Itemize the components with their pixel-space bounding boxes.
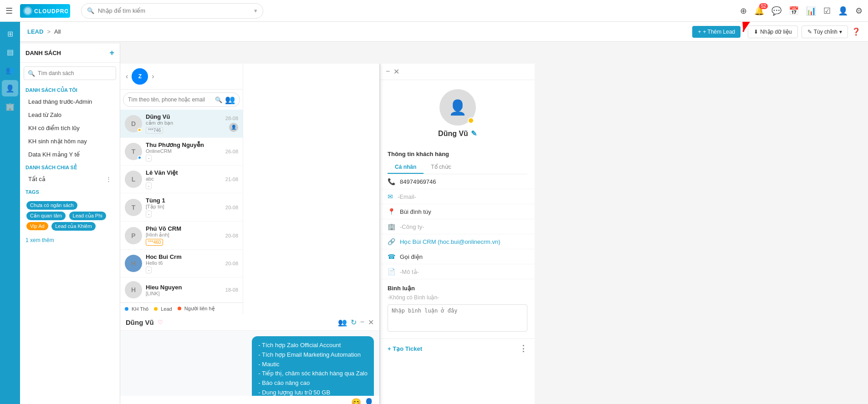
refresh-icon[interactable]: ↻ <box>351 318 357 327</box>
search-input[interactable] <box>98 7 250 14</box>
next-arrow[interactable]: › <box>150 71 156 82</box>
add-lead-button[interactable]: + + Thêm Lead <box>692 26 740 38</box>
person-add-icon[interactable]: 👤 <box>364 398 374 404</box>
add-list-button[interactable]: + <box>109 48 114 58</box>
list-item-kh-birthday[interactable]: KH sinh nhật hôm nay <box>23 135 117 147</box>
list-item-lead-admin[interactable]: Lead tháng trước-Admin <box>23 96 117 108</box>
sidebar-icon-person[interactable]: 👤 <box>2 80 18 96</box>
minimize-icon[interactable]: − <box>360 318 364 327</box>
comment-section: Bình luận -Không có Bình luận- <box>380 279 535 338</box>
chat-tag-thu: - <box>146 155 152 162</box>
chat-item-hieu[interactable]: H Hieu Nguyen [LINK] 18-08 <box>120 278 243 303</box>
search-list-bar[interactable]: 🔍 <box>24 66 116 80</box>
add-icon[interactable]: ⊕ <box>740 6 747 16</box>
comment-input[interactable] <box>388 304 527 332</box>
chat-item-tung[interactable]: T Tùng 1 [Tập tin] - 20-08 <box>120 193 243 222</box>
search-icon: 🔍 <box>87 7 94 14</box>
global-search-bar[interactable]: 🔍 ▾ <box>81 3 263 19</box>
panel-minimize-icon[interactable]: − <box>386 67 390 76</box>
dot-contact <box>178 307 181 310</box>
help-icon[interactable]: ❓ <box>852 27 861 36</box>
msg-row-blue: - Tích hợp Zalo Official Account - Tích … <box>126 336 374 396</box>
info-linked-row: 🔗 Học Bùi CRM (hoc.bui@onlinecrm.vn) <box>380 234 535 249</box>
tag-lead-phi[interactable]: Lead của Phi <box>69 212 106 220</box>
chat-preview-tung: [Tập tin] <box>146 204 222 210</box>
emoji-icon[interactable]: 😊 <box>351 398 361 404</box>
chat-overlay: ‹ Z › 🔍 👥 D <box>120 64 380 404</box>
chat-item-phu-vo[interactable]: P Phú Võ CRM [Hình ảnh] ***460 20-08 <box>120 222 243 250</box>
sidebar-icon-org[interactable]: 🏢 <box>2 98 18 115</box>
search-list-input[interactable] <box>38 70 112 76</box>
avatar-phu-vo: P <box>125 227 142 244</box>
tab-organization[interactable]: Tổ chức <box>424 161 458 174</box>
chat-date-le: 21-08 <box>225 177 238 182</box>
chat-search-input[interactable] <box>128 96 212 103</box>
chat-item-le-van-viet[interactable]: L Lê Văn Việt abc - 21-08 <box>120 166 243 193</box>
info-email-row: ✉ -Email- <box>380 189 535 204</box>
info-call-row: ☎ Gọi điện <box>380 249 535 264</box>
chat-item-dung-vu[interactable]: D Dũng Vũ cảm ơn bạn ***746 28-08 👤 <box>120 110 243 138</box>
contact-linked[interactable]: Học Bùi CRM (hoc.bui@onlinecrm.vn) <box>400 238 500 245</box>
chat-info-hoc: Hoc Bui Crm Hello t6 - <box>146 253 222 273</box>
chat-icon[interactable]: 💬 <box>771 6 781 16</box>
list-item-all[interactable]: Tất cả ⋮ <box>23 173 117 185</box>
tag-no-budget[interactable]: Chưa có ngân sách <box>26 201 77 210</box>
list-item-data-yt[interactable]: Data KH mảng Y tế <box>23 148 117 161</box>
favorite-icon[interactable]: ♡ <box>158 319 163 326</box>
create-ticket-button[interactable]: + Tạo Ticket ⋮ <box>380 338 535 358</box>
chat-list-header: ‹ Z › <box>120 64 243 90</box>
logo-image: CLOUDPRO <box>20 4 70 18</box>
contact-avatar-area: 👤 Dũng Vũ ✎ <box>380 80 535 147</box>
chat-list: D Dũng Vũ cảm ơn bạn ***746 28-08 👤 <box>120 110 243 303</box>
import-button[interactable]: ⬇ Nhập dữ liệu <box>748 25 797 38</box>
top-navigation: ☰ CLOUDPRO 🔍 ▾ ⊕ 🔔 52 💬 📅 📊 ☑ 👤 ⚙ <box>0 0 868 22</box>
sidebar-icon-bar[interactable]: ▤ <box>2 44 18 60</box>
tag-lead-khiem[interactable]: Lead của Khiêm <box>51 222 95 231</box>
chat-date-thu: 26-08 <box>225 149 238 154</box>
profile-icon[interactable]: 👤 <box>838 6 848 16</box>
comment-title: Bình luận <box>388 285 527 292</box>
hamburger-icon[interactable]: ☰ <box>5 6 13 16</box>
dropdown-icon: ▾ <box>839 29 842 35</box>
panel-header: DANH SÁCH + <box>20 44 120 63</box>
tasks-icon[interactable]: ☑ <box>823 6 831 16</box>
settings-icon[interactable]: ⚙ <box>855 6 863 16</box>
sidebar-icon-grid[interactable]: ⊞ <box>2 25 18 42</box>
chat-info-le: Lê Văn Việt abc - <box>146 169 222 189</box>
chat-contact-name: Dũng Vũ <box>126 318 154 326</box>
chat-preview-thu: OnlineCRM <box>146 148 222 154</box>
left-panel: DANH SÁCH + 🔍 DANH SÁCH CỦA TÔI Lead thá… <box>20 44 120 404</box>
msg-bubble-features: - Tích hợp Zalo Official Account - Tích … <box>252 336 374 396</box>
list-item-kh-diem[interactable]: KH có điểm tích lũy <box>23 122 117 134</box>
prev-arrow[interactable]: ‹ <box>124 71 130 82</box>
list-item-lead-zalo[interactable]: Lead từ Zalo <box>23 109 117 121</box>
notification-icon[interactable]: 🔔 52 <box>754 6 764 16</box>
logo: CLOUDPRO <box>20 4 70 18</box>
tag-care[interactable]: Cần quan tâm <box>26 212 66 220</box>
people-icon[interactable]: 👥 <box>338 318 347 327</box>
see-more-link[interactable]: 1 xem thêm <box>20 235 120 245</box>
chat-preview-le: abc <box>146 176 222 182</box>
more-options-icon[interactable]: ⋮ <box>519 343 527 354</box>
dashboard-icon[interactable]: 📊 <box>806 6 816 16</box>
sidebar-icon-contacts[interactable]: 👥 <box>2 62 18 78</box>
chat-legend: KH Thô Lead Người liên hệ <box>120 303 243 314</box>
chat-main: Dũng Vũ ♡ 👥 ↻ − ✕ - Tích hợp Zalo Offici… <box>120 314 379 404</box>
chat-search-bar[interactable]: 🔍 👥 <box>123 92 240 107</box>
add-contact-icon[interactable]: 👥 <box>225 95 235 105</box>
breadcrumb-current: All <box>54 28 61 35</box>
tag-vip-ad[interactable]: Vip Ad <box>26 222 48 230</box>
contact-name-display: Dũng Vũ ✎ <box>438 129 477 138</box>
edit-contact-icon[interactable]: ✎ <box>471 129 477 138</box>
tab-individual[interactable]: Cá nhân <box>388 161 424 174</box>
chat-item-hoc-bui[interactable]: H Hoc Bui Crm Hello t6 - 20-08 <box>120 250 243 278</box>
close-chat-icon[interactable]: ✕ <box>368 318 374 327</box>
panel-close-icon[interactable]: ✕ <box>393 67 399 76</box>
chat-item-thu-phuong[interactable]: T Thu Phương Nguyễn OnlineCRM - 26-08 <box>120 138 243 166</box>
customize-button[interactable]: ✎ Tùy chỉnh ▾ <box>802 25 848 38</box>
breadcrumb-section: LEAD <box>27 28 43 35</box>
online-dot-thu <box>138 156 142 160</box>
calendar-icon[interactable]: 📅 <box>789 6 799 16</box>
legend-kh-tho: KH Thô <box>125 306 148 312</box>
contact-address: Bùi đình túy <box>400 208 431 215</box>
